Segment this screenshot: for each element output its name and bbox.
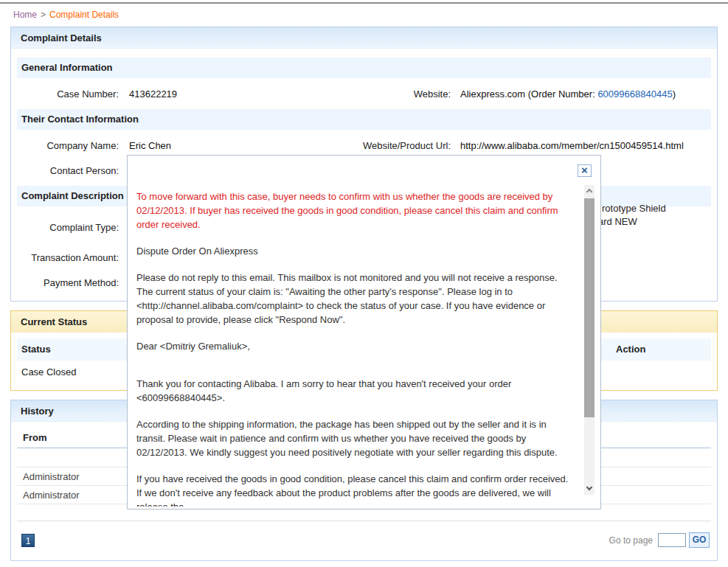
- close-icon[interactable]: ×: [578, 164, 592, 177]
- case-number-value: 413622219: [129, 88, 350, 100]
- section-their-contact-information: Their Contact Information: [17, 109, 711, 130]
- breadcrumb-current-link[interactable]: Complaint Details: [49, 10, 119, 20]
- row-company-name: Company Name: Eric Chen Website/Product …: [17, 133, 711, 158]
- complaint-type-fragment-line1: rototype Shield: [602, 202, 666, 215]
- message-body: To move forward with this case, buyer ne…: [136, 189, 569, 507]
- product-url-value: http://www.alibaba.com/member/cn15004595…: [460, 140, 711, 151]
- transaction-amount-label: Transaction Amount:: [17, 252, 129, 263]
- product-url-label: Website/Product Url:: [350, 140, 460, 151]
- chevron-down-icon: [586, 484, 592, 490]
- chevron-up-icon: [586, 189, 592, 195]
- message-paragraph: Please do not reply to this email. This …: [136, 271, 569, 327]
- breadcrumb-separator: >: [41, 10, 46, 20]
- go-button[interactable]: GO: [689, 532, 710, 548]
- scrollbar[interactable]: [584, 185, 594, 495]
- message-paragraph: According to the shipping information, t…: [136, 417, 569, 459]
- message-paragraph: Dispute Order On Aliexpress: [136, 244, 569, 258]
- breadcrumb: Home>Complaint Details: [0, 4, 728, 27]
- scroll-up-icon[interactable]: [584, 185, 594, 197]
- scroll-down-icon[interactable]: [584, 483, 594, 495]
- complaint-type-label: Complaint Type:: [17, 222, 129, 233]
- company-name-label: Company Name:: [17, 140, 129, 151]
- contact-person-label: Contact Person:: [17, 165, 129, 176]
- complaint-type-fragment-line2: ard NEW: [598, 215, 637, 229]
- website-label: Website:: [350, 88, 460, 100]
- goto-page-label: Go to page: [609, 535, 653, 546]
- order-number-link[interactable]: 60099668840445: [597, 88, 672, 100]
- section-general-information: General Information: [17, 58, 711, 78]
- message-dialog: × To move forward with this case, buyer …: [127, 155, 601, 509]
- website-value-suffix: ): [673, 88, 676, 100]
- company-name-value: Eric Chen: [129, 140, 350, 151]
- breadcrumb-home-link[interactable]: Home: [13, 10, 37, 20]
- message-paragraph: Dear <Dmitriy Gremaliuk>,: [136, 339, 569, 353]
- panel-title: Complaint Details: [11, 27, 717, 49]
- pagination-bar: 1 Go to page GO: [17, 521, 711, 560]
- message-paragraph: Thank you for contacting Alibaba. I am s…: [136, 377, 569, 405]
- payment-method-label: Payment Method:: [17, 277, 129, 288]
- case-number-label: Case Number:: [17, 88, 129, 100]
- scrollbar-thumb[interactable]: [584, 198, 594, 417]
- row-case-number: Case Number: 413622219 Website: Aliexpre…: [17, 81, 711, 106]
- page-number-button[interactable]: 1: [21, 534, 35, 547]
- message-paragraph: If you have received the goods in good c…: [136, 472, 569, 507]
- goto-page-input[interactable]: [658, 533, 686, 547]
- message-paragraph: To move forward with this case, buyer ne…: [136, 189, 569, 232]
- website-value-prefix: Aliexpress.com (Order Number:: [460, 88, 597, 100]
- website-value: Aliexpress.com (Order Number: 6009966884…: [460, 88, 711, 100]
- action-column-header: Action: [616, 338, 645, 361]
